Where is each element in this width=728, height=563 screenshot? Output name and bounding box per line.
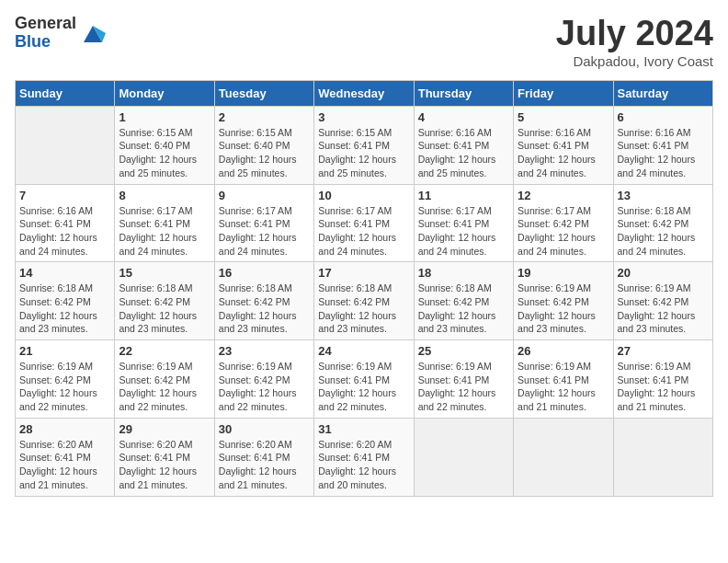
day-detail: Sunrise: 6:18 AMSunset: 6:42 PMDaylight:… xyxy=(19,282,110,336)
day-detail: Sunrise: 6:19 AMSunset: 6:42 PMDaylight:… xyxy=(219,360,310,414)
day-detail: Sunrise: 6:17 AMSunset: 6:42 PMDaylight:… xyxy=(518,204,609,259)
header-monday: Monday xyxy=(115,80,214,106)
calendar-cell xyxy=(613,418,712,496)
calendar-cell xyxy=(514,418,613,496)
day-detail: Sunrise: 6:16 AMSunset: 6:41 PMDaylight:… xyxy=(418,126,509,180)
day-number: 5 xyxy=(518,110,609,124)
day-detail: Sunrise: 6:18 AMSunset: 6:42 PMDaylight:… xyxy=(618,204,709,259)
calendar-cell: 1 Sunrise: 6:15 AMSunset: 6:40 PMDayligh… xyxy=(115,106,214,184)
calendar-cell: 31 Sunrise: 6:20 AMSunset: 6:41 PMDaylig… xyxy=(314,418,414,496)
day-number: 8 xyxy=(119,189,210,202)
calendar-cell: 29 Sunrise: 6:20 AMSunset: 6:41 PMDaylig… xyxy=(115,418,214,496)
day-number: 16 xyxy=(219,266,310,280)
day-detail: Sunrise: 6:20 AMSunset: 6:41 PMDaylight:… xyxy=(119,438,210,492)
calendar-cell: 4 Sunrise: 6:16 AMSunset: 6:41 PMDayligh… xyxy=(414,106,513,184)
day-number: 21 xyxy=(19,344,110,358)
day-detail: Sunrise: 6:19 AMSunset: 6:42 PMDaylight:… xyxy=(518,282,609,336)
day-number: 14 xyxy=(19,266,110,280)
day-detail: Sunrise: 6:19 AMSunset: 6:41 PMDaylight:… xyxy=(418,360,509,414)
day-detail: Sunrise: 6:16 AMSunset: 6:41 PMDaylight:… xyxy=(618,126,709,180)
header-wednesday: Wednesday xyxy=(314,80,414,106)
calendar-cell: 12 Sunrise: 6:17 AMSunset: 6:42 PMDaylig… xyxy=(514,184,613,262)
location-title: Dakpadou, Ivory Coast xyxy=(556,53,713,69)
calendar-cell: 19 Sunrise: 6:19 AMSunset: 6:42 PMDaylig… xyxy=(514,262,613,340)
calendar-cell: 24 Sunrise: 6:19 AMSunset: 6:41 PMDaylig… xyxy=(314,340,414,419)
calendar-cell: 8 Sunrise: 6:17 AMSunset: 6:41 PMDayligh… xyxy=(115,184,214,262)
calendar-cell xyxy=(414,418,513,496)
calendar-cell: 10 Sunrise: 6:17 AMSunset: 6:41 PMDaylig… xyxy=(314,184,414,262)
calendar-cell: 22 Sunrise: 6:19 AMSunset: 6:42 PMDaylig… xyxy=(115,340,214,419)
day-detail: Sunrise: 6:18 AMSunset: 6:42 PMDaylight:… xyxy=(318,282,409,336)
day-detail: Sunrise: 6:17 AMSunset: 6:41 PMDaylight:… xyxy=(418,204,509,259)
day-number: 24 xyxy=(318,344,409,358)
day-number: 19 xyxy=(518,266,609,280)
week-row-2: 14 Sunrise: 6:18 AMSunset: 6:42 PMDaylig… xyxy=(16,262,713,340)
day-detail: Sunrise: 6:16 AMSunset: 6:41 PMDaylight:… xyxy=(518,126,609,180)
day-number: 9 xyxy=(219,189,310,202)
day-number: 11 xyxy=(418,189,509,202)
day-detail: Sunrise: 6:17 AMSunset: 6:41 PMDaylight:… xyxy=(318,204,409,259)
calendar-cell: 13 Sunrise: 6:18 AMSunset: 6:42 PMDaylig… xyxy=(613,184,712,262)
calendar-cell: 11 Sunrise: 6:17 AMSunset: 6:41 PMDaylig… xyxy=(414,184,513,262)
header-friday: Friday xyxy=(514,80,613,106)
day-detail: Sunrise: 6:20 AMSunset: 6:41 PMDaylight:… xyxy=(318,438,409,492)
day-detail: Sunrise: 6:16 AMSunset: 6:41 PMDaylight:… xyxy=(19,204,110,259)
page-header: General Blue July 2024 Dakpadou, Ivory C… xyxy=(15,15,713,69)
header-row: SundayMondayTuesdayWednesdayThursdayFrid… xyxy=(16,80,713,106)
day-number: 10 xyxy=(318,189,409,202)
day-detail: Sunrise: 6:19 AMSunset: 6:42 PMDaylight:… xyxy=(618,282,709,336)
day-detail: Sunrise: 6:19 AMSunset: 6:41 PMDaylight:… xyxy=(618,360,709,414)
week-row-4: 28 Sunrise: 6:20 AMSunset: 6:41 PMDaylig… xyxy=(16,418,713,496)
month-title: July 2024 xyxy=(556,15,713,53)
header-tuesday: Tuesday xyxy=(214,80,313,106)
day-number: 13 xyxy=(618,189,709,202)
day-detail: Sunrise: 6:18 AMSunset: 6:42 PMDaylight:… xyxy=(219,282,310,336)
calendar-cell: 15 Sunrise: 6:18 AMSunset: 6:42 PMDaylig… xyxy=(115,262,214,340)
day-detail: Sunrise: 6:19 AMSunset: 6:42 PMDaylight:… xyxy=(19,360,110,414)
day-number: 15 xyxy=(119,266,210,280)
day-number: 27 xyxy=(618,344,709,358)
calendar-cell xyxy=(16,106,115,184)
calendar-cell: 17 Sunrise: 6:18 AMSunset: 6:42 PMDaylig… xyxy=(314,262,414,340)
title-block: July 2024 Dakpadou, Ivory Coast xyxy=(556,15,713,69)
logo-blue-text: Blue xyxy=(15,33,76,52)
logo: General Blue xyxy=(15,15,106,52)
day-number: 25 xyxy=(418,344,509,358)
calendar-cell: 25 Sunrise: 6:19 AMSunset: 6:41 PMDaylig… xyxy=(414,340,513,419)
day-detail: Sunrise: 6:18 AMSunset: 6:42 PMDaylight:… xyxy=(418,282,509,336)
day-detail: Sunrise: 6:20 AMSunset: 6:41 PMDaylight:… xyxy=(19,438,110,492)
header-thursday: Thursday xyxy=(414,80,513,106)
day-number: 30 xyxy=(219,422,310,436)
calendar-table: SundayMondayTuesdayWednesdayThursdayFrid… xyxy=(15,80,713,497)
day-number: 12 xyxy=(518,189,609,202)
day-number: 1 xyxy=(119,110,210,124)
day-detail: Sunrise: 6:19 AMSunset: 6:42 PMDaylight:… xyxy=(119,360,210,414)
day-number: 31 xyxy=(318,422,409,436)
logo-general-text: General xyxy=(15,15,76,33)
calendar-cell: 5 Sunrise: 6:16 AMSunset: 6:41 PMDayligh… xyxy=(514,106,613,184)
day-number: 26 xyxy=(518,344,609,358)
day-number: 29 xyxy=(119,422,210,436)
calendar-cell: 21 Sunrise: 6:19 AMSunset: 6:42 PMDaylig… xyxy=(16,340,115,419)
day-detail: Sunrise: 6:15 AMSunset: 6:41 PMDaylight:… xyxy=(318,126,409,180)
week-row-1: 7 Sunrise: 6:16 AMSunset: 6:41 PMDayligh… xyxy=(16,184,713,262)
logo-icon xyxy=(80,20,106,46)
calendar-cell: 26 Sunrise: 6:19 AMSunset: 6:41 PMDaylig… xyxy=(514,340,613,419)
day-detail: Sunrise: 6:17 AMSunset: 6:41 PMDaylight:… xyxy=(119,204,210,259)
day-number: 17 xyxy=(318,266,409,280)
day-detail: Sunrise: 6:19 AMSunset: 6:41 PMDaylight:… xyxy=(318,360,409,414)
calendar-cell: 27 Sunrise: 6:19 AMSunset: 6:41 PMDaylig… xyxy=(613,340,712,419)
day-number: 18 xyxy=(418,266,509,280)
day-number: 4 xyxy=(418,110,509,124)
week-row-3: 21 Sunrise: 6:19 AMSunset: 6:42 PMDaylig… xyxy=(16,340,713,419)
day-detail: Sunrise: 6:15 AMSunset: 6:40 PMDaylight:… xyxy=(119,126,210,180)
day-number: 22 xyxy=(119,344,210,358)
day-detail: Sunrise: 6:15 AMSunset: 6:40 PMDaylight:… xyxy=(219,126,310,180)
header-saturday: Saturday xyxy=(613,80,712,106)
calendar-cell: 16 Sunrise: 6:18 AMSunset: 6:42 PMDaylig… xyxy=(214,262,313,340)
calendar-cell: 18 Sunrise: 6:18 AMSunset: 6:42 PMDaylig… xyxy=(414,262,513,340)
calendar-cell: 6 Sunrise: 6:16 AMSunset: 6:41 PMDayligh… xyxy=(613,106,712,184)
day-number: 3 xyxy=(318,110,409,124)
day-detail: Sunrise: 6:18 AMSunset: 6:42 PMDaylight:… xyxy=(119,282,210,336)
calendar-cell: 28 Sunrise: 6:20 AMSunset: 6:41 PMDaylig… xyxy=(16,418,115,496)
